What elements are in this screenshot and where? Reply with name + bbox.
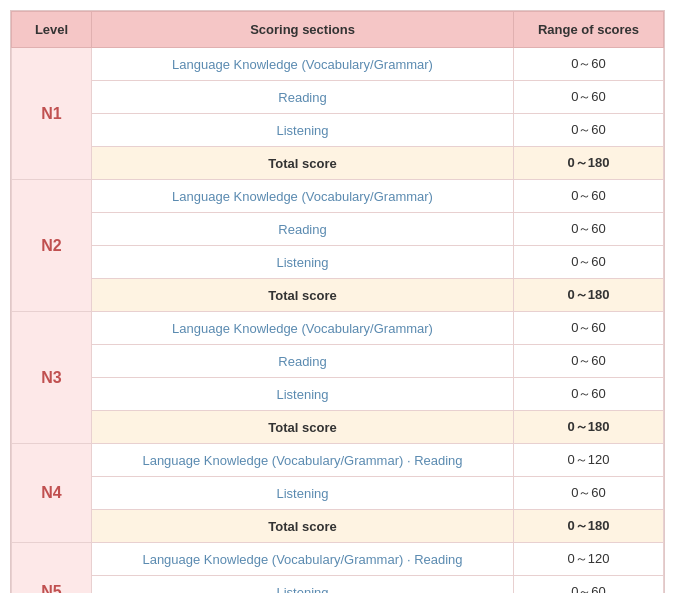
range-cell: 0～60 [514,48,664,81]
section-cell: Listening [92,477,514,510]
range-cell: 0～60 [514,477,664,510]
table-row: Total score0～180 [12,147,664,180]
range-cell: 0～60 [514,246,664,279]
range-cell: 0～180 [514,510,664,543]
range-cell: 0～60 [514,180,664,213]
range-cell: 0～60 [514,114,664,147]
section-cell: Total score [92,279,514,312]
table-row: N1Language Knowledge (Vocabulary/Grammar… [12,48,664,81]
table-row: Total score0～180 [12,510,664,543]
table-row: N5Language Knowledge (Vocabulary/Grammar… [12,543,664,576]
table-row: Listening0～60 [12,378,664,411]
section-cell: Total score [92,147,514,180]
header-level: Level [12,12,92,48]
table-row: Total score0～180 [12,279,664,312]
section-cell: Listening [92,246,514,279]
section-cell: Listening [92,114,514,147]
range-cell: 0～60 [514,378,664,411]
level-cell-n1: N1 [12,48,92,180]
table-row: Total score0～180 [12,411,664,444]
section-cell: Language Knowledge (Vocabulary/Grammar) [92,180,514,213]
section-cell: Language Knowledge (Vocabulary/Grammar) [92,312,514,345]
table-row: Listening0～60 [12,114,664,147]
range-cell: 0～60 [514,312,664,345]
table-row: N3Language Knowledge (Vocabulary/Grammar… [12,312,664,345]
range-cell: 0～120 [514,543,664,576]
section-cell: Reading [92,213,514,246]
section-cell: Listening [92,378,514,411]
range-cell: 0～180 [514,411,664,444]
range-cell: 0～60 [514,81,664,114]
table-row: Reading0～60 [12,81,664,114]
table-row: Listening0～60 [12,246,664,279]
range-cell: 0～60 [514,576,664,594]
section-cell: Total score [92,510,514,543]
section-cell: Reading [92,345,514,378]
table-row: Reading0～60 [12,345,664,378]
section-cell: Language Knowledge (Vocabulary/Grammar) … [92,543,514,576]
range-cell: 0～180 [514,147,664,180]
section-cell: Listening [92,576,514,594]
header-range-of-scores: Range of scores [514,12,664,48]
level-cell-n5: N5 [12,543,92,594]
section-cell: Total score [92,411,514,444]
section-cell: Language Knowledge (Vocabulary/Grammar) [92,48,514,81]
section-cell: Reading [92,81,514,114]
table-row: Listening0～60 [12,576,664,594]
table-row: N4Language Knowledge (Vocabulary/Grammar… [12,444,664,477]
section-cell: Language Knowledge (Vocabulary/Grammar) … [92,444,514,477]
table-row: N2Language Knowledge (Vocabulary/Grammar… [12,180,664,213]
range-cell: 0～120 [514,444,664,477]
level-cell-n4: N4 [12,444,92,543]
level-cell-n3: N3 [12,312,92,444]
header-scoring-sections: Scoring sections [92,12,514,48]
table-row: Listening0～60 [12,477,664,510]
scoring-table: Level Scoring sections Range of scores N… [10,10,665,593]
range-cell: 0～60 [514,213,664,246]
table-row: Reading0～60 [12,213,664,246]
range-cell: 0～180 [514,279,664,312]
range-cell: 0～60 [514,345,664,378]
level-cell-n2: N2 [12,180,92,312]
